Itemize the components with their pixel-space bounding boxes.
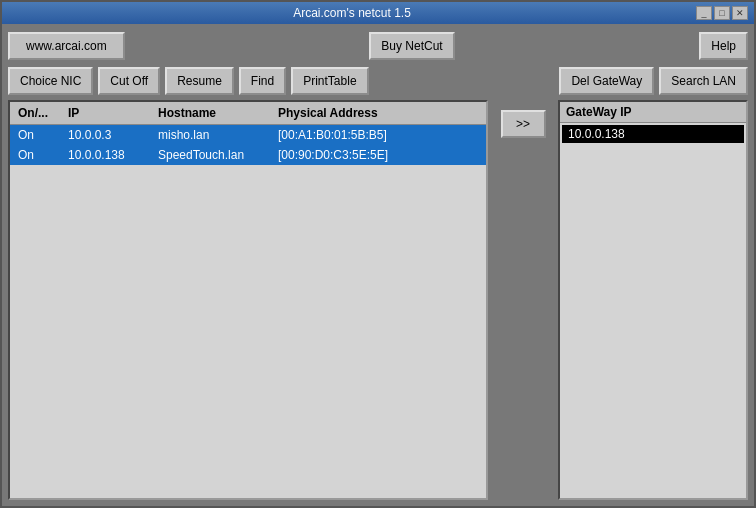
col-status: On/... (14, 104, 64, 122)
close-button[interactable]: ✕ (732, 6, 748, 20)
cut-off-button[interactable]: Cut Off (98, 67, 160, 95)
help-button[interactable]: Help (699, 32, 748, 60)
window-title: Arcai.com's netcut 1.5 (8, 6, 696, 20)
row-2-hostname: SpeedTouch.lan (154, 146, 274, 164)
top-left-buttons: www.arcai.com (8, 32, 125, 60)
right-panel: GateWay IP 10.0.0.138 (558, 100, 748, 500)
col-ip: IP (64, 104, 154, 122)
top-center-buttons: Buy NetCut (125, 32, 700, 60)
gateway-entry[interactable]: 10.0.0.138 (562, 125, 744, 143)
row-1-physical: [00:A1:B0:01:5B:B5] (274, 126, 454, 144)
window-body: www.arcai.com Buy NetCut Help Choice NIC… (2, 24, 754, 506)
minimize-button[interactable]: _ (696, 6, 712, 20)
gateway-header: GateWay IP (560, 102, 746, 123)
arrow-button[interactable]: >> (501, 110, 546, 138)
middle-section: >> (493, 100, 553, 500)
gateway-panel: GateWay IP 10.0.0.138 (558, 100, 748, 500)
table-header: On/... IP Hostname Physical Address (10, 102, 486, 125)
title-bar-controls: _ □ ✕ (696, 6, 748, 20)
row-1-status: On (14, 126, 64, 144)
website-button[interactable]: www.arcai.com (8, 32, 125, 60)
top-toolbar: www.arcai.com Buy NetCut Help (8, 30, 748, 62)
col-physical: Physical Address (274, 104, 454, 122)
resume-button[interactable]: Resume (165, 67, 234, 95)
row-2-ip: 10.0.0.138 (64, 146, 154, 164)
main-content: On/... IP Hostname Physical Address On 1… (8, 100, 748, 500)
buy-button[interactable]: Buy NetCut (369, 32, 454, 60)
row-2-physical: [00:90:D0:C3:5E:5E] (274, 146, 454, 164)
table-body: On 10.0.0.3 misho.lan [00:A1:B0:01:5B:B5… (10, 125, 486, 498)
row-2-status: On (14, 146, 64, 164)
find-button[interactable]: Find (239, 67, 286, 95)
device-table-panel: On/... IP Hostname Physical Address On 1… (8, 100, 488, 500)
table-row[interactable]: On 10.0.0.3 misho.lan [00:A1:B0:01:5B:B5… (10, 125, 486, 145)
gateway-body: 10.0.0.138 (560, 123, 746, 498)
row-1-ip: 10.0.0.3 (64, 126, 154, 144)
table-row[interactable]: On 10.0.0.138 SpeedTouch.lan [00:90:D0:C… (10, 145, 486, 165)
title-bar: Arcai.com's netcut 1.5 _ □ ✕ (2, 2, 754, 24)
main-window: Arcai.com's netcut 1.5 _ □ ✕ www.arcai.c… (0, 0, 756, 508)
choice-nic-button[interactable]: Choice NIC (8, 67, 93, 95)
print-table-button[interactable]: PrintTable (291, 67, 368, 95)
top-right-buttons: Help (699, 32, 748, 60)
search-lan-button[interactable]: Search LAN (659, 67, 748, 95)
action-right-buttons: Del GateWay Search LAN (559, 67, 748, 95)
col-hostname: Hostname (154, 104, 274, 122)
action-left-buttons: Choice NIC Cut Off Resume Find PrintTabl… (8, 67, 369, 95)
del-gateway-button[interactable]: Del GateWay (559, 67, 654, 95)
maximize-button[interactable]: □ (714, 6, 730, 20)
action-toolbar: Choice NIC Cut Off Resume Find PrintTabl… (8, 67, 748, 95)
row-1-hostname: misho.lan (154, 126, 274, 144)
